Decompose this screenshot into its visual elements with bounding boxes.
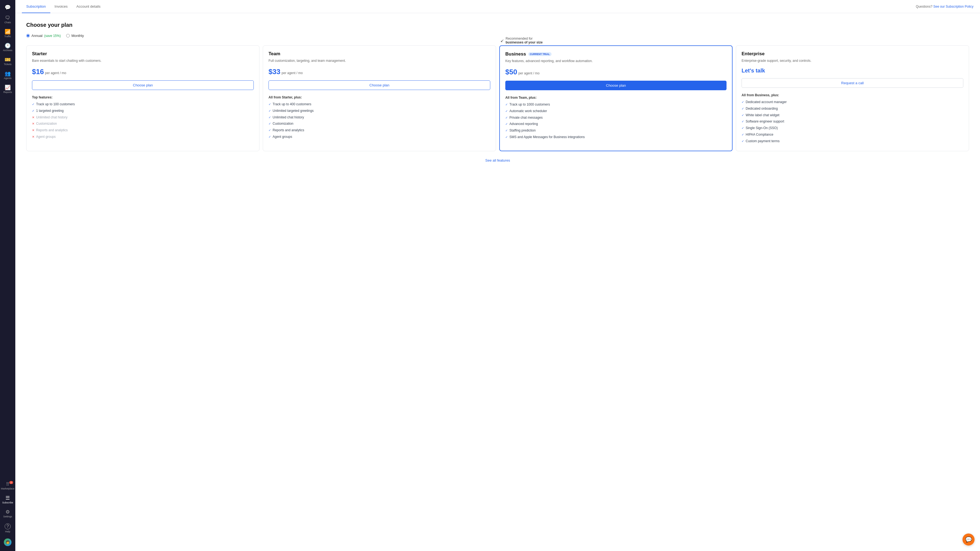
business-feature-4: ✓ Advanced reporting (505, 122, 727, 126)
check-icon: ✓ (32, 102, 35, 107)
check-icon: ✓ (741, 100, 744, 104)
tab-invoices[interactable]: Invoices (50, 0, 72, 13)
check-icon: ✓ (505, 102, 508, 107)
annual-radio[interactable] (26, 34, 30, 37)
check-icon: ✓ (269, 115, 271, 119)
plan-business: Business CURRENT TRIAL Key features, adv… (499, 45, 733, 151)
team-feature-5: ✓ Reports and analytics (269, 128, 490, 133)
traffic-icon: 📶 (5, 29, 11, 34)
starter-price-amount: $16 (32, 67, 44, 76)
business-plan-name: Business CURRENT TRIAL (505, 51, 727, 57)
team-feature-4: ✓ Customization (269, 121, 490, 126)
check-icon: ✓ (505, 129, 508, 133)
see-all-features-link[interactable]: See all features (485, 158, 510, 162)
business-feature-3: ✓ Private chat messages (505, 115, 727, 120)
tab-subscription[interactable]: Subscription (22, 0, 50, 13)
sidebar-item-tickets[interactable]: 🎫 Tickets (0, 54, 15, 68)
check-icon: ✓ (269, 135, 271, 139)
chats-label: Chats (5, 21, 11, 24)
plan-enterprise: Enterprise Enterprise-grade support, sec… (736, 45, 969, 151)
enterprise-features-title: All from Business, plus: (741, 93, 963, 97)
tickets-icon: 🎫 (5, 57, 11, 62)
starter-plan-price: $16 per agent / mo (32, 67, 254, 76)
team-plan-price: $33 per agent / mo (269, 67, 490, 76)
sidebar-item-chats[interactable]: 🗨 Chats (0, 13, 15, 27)
page-title: Choose your plan (26, 22, 969, 28)
starter-feature-2: ✓ 1 targeted greeting (32, 108, 254, 113)
business-plan-price: $50 per agent / mo (505, 68, 727, 76)
enterprise-request-btn[interactable]: Request a call (741, 78, 963, 88)
enterprise-feature-2: ✓ Dedicated onboarding (741, 107, 963, 111)
enterprise-price: Let's talk (741, 67, 963, 74)
subscription-policy-link[interactable]: See our Subscription Policy (933, 5, 974, 8)
team-plan-desc: Full customization, targeting, and team … (269, 58, 490, 63)
plans-container: ↙ Recommended for businesses of your siz… (26, 45, 969, 151)
sidebar-item-logo[interactable]: 💬 (0, 2, 15, 13)
marketplace-label: Marketplace (1, 487, 14, 490)
sidebar-item-marketplace[interactable]: 2 ⠿ Marketplace (0, 479, 15, 493)
annual-label: Annual (32, 33, 42, 38)
enterprise-feature-5: ✓ Single Sign-On (SSO) (741, 126, 963, 131)
team-feature-1: ✓ Track up to 400 customers (269, 102, 490, 107)
help-label: Help (5, 530, 10, 533)
enterprise-feature-6: ✓ HIPAA Compliance (741, 132, 963, 137)
check-icon: ✓ (505, 135, 508, 139)
business-plan-desc: Key features, advanced reporting, and wo… (505, 59, 727, 64)
check-icon: ✓ (505, 122, 508, 126)
monthly-radio[interactable] (66, 34, 70, 37)
monthly-option[interactable]: Monthly (66, 33, 84, 38)
chat-widget-icon: 💬 (965, 536, 972, 543)
business-price-period: per agent / mo (519, 72, 539, 75)
agents-icon: 👥 (5, 71, 11, 76)
archives-icon: 🕐 (5, 43, 11, 48)
team-price-period: per agent / mo (282, 71, 303, 75)
annual-option[interactable]: Annual (save 15%) (26, 33, 61, 38)
settings-icon: ⚙ (5, 510, 10, 514)
sidebar-item-archives[interactable]: 🕐 Archives (0, 40, 15, 54)
reports-label: Reports (3, 91, 12, 94)
business-choose-btn[interactable]: Choose plan (505, 81, 727, 90)
recommended-arrow: ↙ (500, 38, 504, 43)
main-content: Subscription Invoices Account details Qu… (15, 0, 980, 551)
business-features-title: All from Team, plus: (505, 96, 727, 100)
check-icon: ✓ (741, 119, 744, 124)
sidebar-item-reports[interactable]: 📈 Reports (0, 82, 15, 96)
agents-label: Agents (4, 77, 11, 80)
business-price-amount: $50 (505, 68, 517, 76)
check-icon: ✓ (505, 116, 508, 120)
traffic-label: Traffic (5, 35, 11, 38)
check-icon: ✓ (269, 128, 271, 132)
sidebar-item-help[interactable]: ? Help (0, 521, 15, 536)
team-feature-3: ✓ Unlimited chat history (269, 115, 490, 120)
starter-choose-btn[interactable]: Choose plan (32, 80, 254, 90)
chat-widget-button[interactable]: 💬 (963, 533, 975, 546)
plan-starter: Starter Bare essentials to start chattin… (26, 45, 259, 151)
subscribe-icon: ☰ (5, 495, 10, 500)
starter-plan-name: Starter (32, 51, 254, 57)
team-choose-btn[interactable]: Choose plan (269, 80, 490, 90)
tab-account-details[interactable]: Account details (72, 0, 105, 13)
check-icon: ✓ (741, 133, 744, 137)
billing-toggle: Annual (save 15%) Monthly (26, 33, 969, 38)
x-icon: ✕ (32, 135, 35, 139)
nav-tabs: Subscription Invoices Account details (22, 0, 105, 13)
team-plan-name: Team (269, 51, 490, 57)
sidebar-item-agents[interactable]: 👥 Agents (0, 68, 15, 82)
plans-grid: Starter Bare essentials to start chattin… (26, 45, 969, 151)
reports-icon: 📈 (5, 85, 11, 90)
team-price-amount: $33 (269, 67, 280, 76)
see-all-features-section: See all features (26, 158, 969, 163)
x-icon: ✕ (32, 128, 35, 132)
enterprise-feature-7: ✓ Custom payment terms (741, 139, 963, 143)
sidebar-item-avatar[interactable]: 🧑 (0, 536, 15, 549)
sidebar-item-traffic[interactable]: 📶 Traffic (0, 27, 15, 40)
chats-icon: 🗨 (5, 15, 10, 20)
sidebar-item-subscribe[interactable]: ☰ Subscribe (0, 493, 15, 507)
starter-feature-5: ✕ Reports and analytics (32, 128, 254, 133)
sidebar-item-settings[interactable]: ⚙ Settings (0, 507, 15, 521)
top-navigation: Subscription Invoices Account details Qu… (15, 0, 980, 13)
check-icon: ✓ (269, 102, 271, 107)
save-badge: (save 15%) (44, 34, 61, 38)
business-feature-6: ✓ SMS and Apple Messages for Business in… (505, 135, 727, 139)
header-questions: Questions? See our Subscription Policy (916, 5, 974, 8)
